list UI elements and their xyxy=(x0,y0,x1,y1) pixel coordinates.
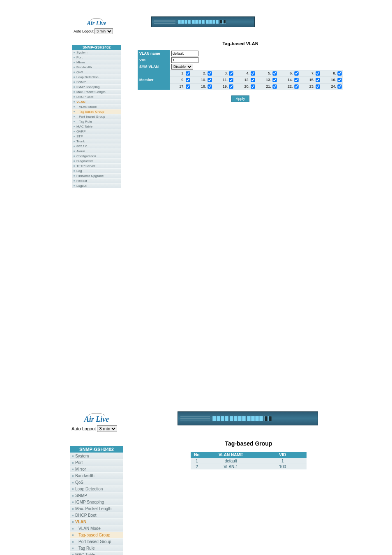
nav-gvrp[interactable]: GVRP xyxy=(72,129,121,134)
nav-firmware-upgrade[interactable]: Firmware Upgrade xyxy=(72,173,121,178)
port-checkbox-19[interactable] xyxy=(229,84,233,88)
input-vid[interactable] xyxy=(171,57,198,63)
port-checkbox-9[interactable] xyxy=(186,78,190,82)
member-port-13: 13. xyxy=(256,77,278,83)
nav-8021x[interactable]: 802.1X xyxy=(72,144,121,149)
nav-system[interactable]: System xyxy=(70,453,123,459)
nav-vlan-section[interactable]: VLAN xyxy=(72,99,121,104)
port-label: 6. xyxy=(290,71,293,75)
nav-qos[interactable]: QoS xyxy=(70,479,123,485)
member-port-8: 8. xyxy=(321,70,343,77)
nav-max-packet-length[interactable]: Max. Packet Length xyxy=(70,505,123,512)
device-banner xyxy=(178,411,318,425)
port-checkbox-8[interactable] xyxy=(337,71,341,75)
nav-log[interactable]: Log xyxy=(72,168,121,173)
nav-trunk[interactable]: Trunk xyxy=(72,139,121,144)
auto-logout-select[interactable]: 3 min xyxy=(95,28,113,34)
nav-mac-table[interactable]: MAC Table xyxy=(72,124,121,129)
nav-vlan-mode[interactable]: VLAN Mode xyxy=(72,104,121,109)
nav-mac-table[interactable]: MAC Table xyxy=(70,551,123,555)
member-port-5: 5. xyxy=(256,70,278,77)
port-checkbox-6[interactable] xyxy=(294,71,298,75)
port-label: 12. xyxy=(244,78,249,82)
model-header: SNMP-GSH2402 xyxy=(70,446,123,453)
port-checkbox-3[interactable] xyxy=(229,71,233,75)
nav-igmp-snooping[interactable]: IGMP Snooping xyxy=(70,499,123,505)
nav-loop-detection[interactable]: Loop Detection xyxy=(70,485,123,492)
nav-igmp-snooping[interactable]: IGMP Snooping xyxy=(72,84,121,89)
nav-tag-rule[interactable]: Tag Rule xyxy=(70,545,123,551)
nav-bandwidth[interactable]: Bandwidth xyxy=(72,65,121,70)
table-row[interactable]: 1 default 1 xyxy=(191,458,306,464)
nav-qos[interactable]: QoS xyxy=(72,70,121,74)
nav-snmp[interactable]: SNMP xyxy=(70,492,123,499)
port-checkbox-20[interactable] xyxy=(251,84,255,88)
port-checkbox-17[interactable] xyxy=(186,84,190,88)
port-label: 9. xyxy=(181,78,184,82)
auto-logout-select[interactable]: 3 min xyxy=(97,425,117,432)
port-checkbox-13[interactable] xyxy=(272,78,277,82)
port-label: 16. xyxy=(331,78,336,82)
port-label: 3. xyxy=(225,71,228,75)
nav-port[interactable]: Port xyxy=(72,55,121,60)
nav-tftp-server[interactable]: TFTP Server xyxy=(72,163,121,168)
input-vlan-name[interactable] xyxy=(171,51,198,56)
port-checkbox-14[interactable] xyxy=(294,78,298,82)
nav-dhcp-boot[interactable]: DHCP Boot xyxy=(72,94,121,99)
nav-vlan-section[interactable]: VLAN xyxy=(70,518,123,525)
port-checkbox-18[interactable] xyxy=(208,84,212,88)
select-sym-vlan[interactable]: Disable xyxy=(171,64,193,70)
nav-stp[interactable]: STP xyxy=(72,134,121,139)
nav-tag-rule[interactable]: Tag Rule xyxy=(72,119,121,124)
nav-menu: System Port Mirror Bandwidth QoS Loop De… xyxy=(70,453,123,555)
label-member: Member xyxy=(138,70,170,90)
port-checkbox-10[interactable] xyxy=(208,78,212,82)
auto-logout-label: Auto Logout xyxy=(74,29,94,33)
nav-reboot[interactable]: Reboot xyxy=(72,178,121,183)
member-port-12: 12. xyxy=(235,77,256,83)
nav-mirror[interactable]: Mirror xyxy=(70,466,123,472)
port-checkbox-4[interactable] xyxy=(251,71,255,75)
nav-loop-detection[interactable]: Loop Detection xyxy=(72,74,121,79)
port-checkbox-5[interactable] xyxy=(272,71,277,75)
sidebar: Air Live Auto Logout 3 min SNMP-GSH2402 … xyxy=(72,16,121,188)
port-checkbox-12[interactable] xyxy=(251,78,255,82)
port-checkbox-1[interactable] xyxy=(186,71,190,75)
port-checkbox-16[interactable] xyxy=(337,78,341,82)
port-label: 18. xyxy=(201,84,206,88)
nav-configuration[interactable]: Configuration xyxy=(72,153,121,158)
nav-port-based-group[interactable]: Port-based Group xyxy=(72,114,121,119)
port-checkbox-22[interactable] xyxy=(294,84,298,88)
logo-area: Air Live xyxy=(72,16,121,28)
port-checkbox-2[interactable] xyxy=(208,71,212,75)
nav-diagnostics[interactable]: Diagnostics xyxy=(72,158,121,163)
nav-port[interactable]: Port xyxy=(70,459,123,466)
nav-logout[interactable]: Logout xyxy=(72,183,121,188)
nav-system[interactable]: System xyxy=(72,50,121,55)
logo-text: Air Live xyxy=(87,20,106,26)
port-label: 20. xyxy=(244,84,249,88)
apply-button[interactable]: Apply xyxy=(231,95,250,102)
nav-tag-based-group[interactable]: Tag-based Group xyxy=(70,532,123,538)
label-sym-vlan: SYM-VLAN xyxy=(138,63,170,70)
nav-snmp[interactable]: SNMP xyxy=(72,79,121,84)
nav-alarm[interactable]: Alarm xyxy=(72,149,121,153)
table-row[interactable]: 2 VLAN-1 100 xyxy=(191,464,306,470)
port-checkbox-21[interactable] xyxy=(272,84,277,88)
port-checkbox-23[interactable] xyxy=(316,84,320,88)
port-checkbox-24[interactable] xyxy=(337,84,341,88)
nav-bandwidth[interactable]: Bandwidth xyxy=(70,472,123,479)
member-port-9: 9. xyxy=(170,77,191,83)
label-vid: VID xyxy=(138,57,170,63)
nav-tag-based-group[interactable]: Tag-based Group xyxy=(72,109,121,114)
port-label: 2. xyxy=(203,71,206,75)
port-checkbox-15[interactable] xyxy=(316,78,320,82)
member-port-11: 11. xyxy=(213,77,235,83)
nav-max-packet-length[interactable]: Max. Packet Length xyxy=(72,89,121,94)
nav-dhcp-boot[interactable]: DHCP Boot xyxy=(70,512,123,518)
port-checkbox-11[interactable] xyxy=(229,78,233,82)
nav-vlan-mode[interactable]: VLAN Mode xyxy=(70,525,123,532)
port-checkbox-7[interactable] xyxy=(316,71,320,75)
nav-mirror[interactable]: Mirror xyxy=(72,60,121,65)
nav-port-based-group[interactable]: Port-based Group xyxy=(70,538,123,545)
